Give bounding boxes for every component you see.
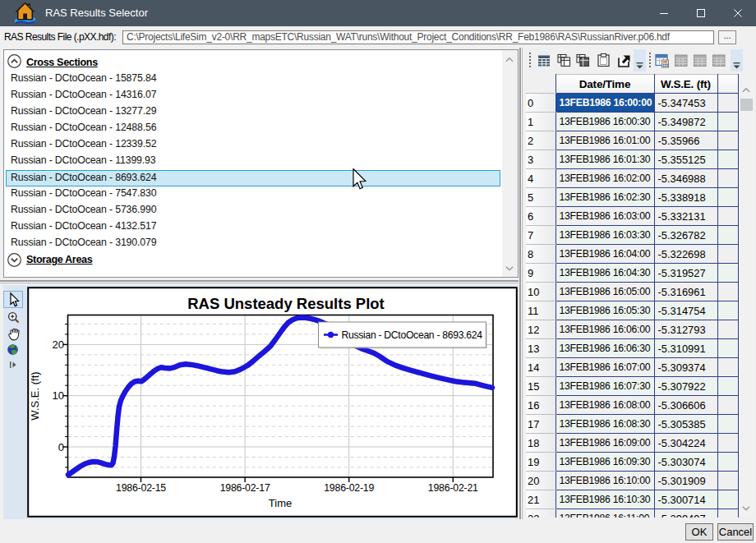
svg-text:0: 0: [58, 441, 64, 453]
svg-text:1986-02-19: 1986-02-19: [324, 482, 374, 494]
svg-text:Russian - DCtoOcean - 8693.624: Russian - DCtoOcean - 8693.624: [342, 329, 483, 341]
svg-text:10: 10: [53, 389, 64, 402]
svg-text:1986-02-17: 1986-02-17: [220, 482, 270, 494]
svg-text:1986-02-21: 1986-02-21: [428, 482, 478, 494]
svg-text:W.S.E. (ft): W.S.E. (ft): [29, 371, 41, 420]
svg-text:Time: Time: [269, 497, 292, 509]
svg-text:20: 20: [53, 338, 64, 351]
svg-text:RAS Unsteady Results Plot: RAS Unsteady Results Plot: [187, 295, 385, 312]
svg-text:1986-02-15: 1986-02-15: [116, 482, 166, 494]
